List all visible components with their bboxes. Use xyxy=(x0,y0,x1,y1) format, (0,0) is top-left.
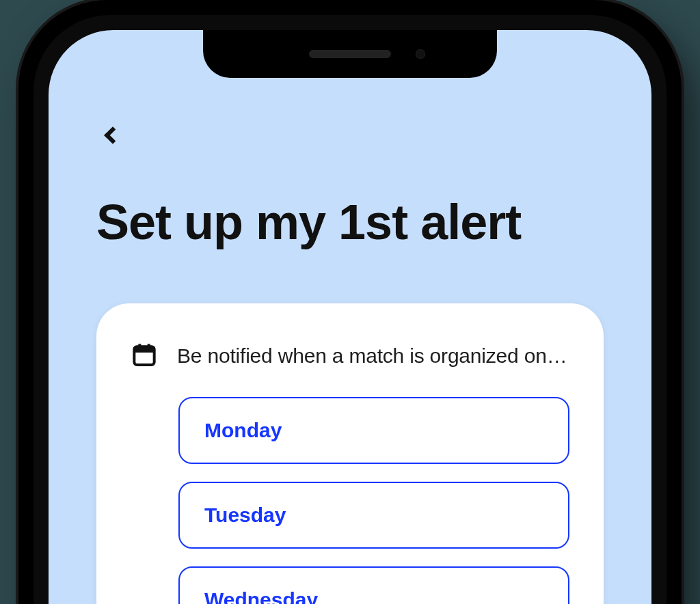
day-option-wednesday[interactable]: Wednesday xyxy=(178,566,569,604)
phone-inner-frame: Set up my 1st alert Be not xyxy=(33,15,667,604)
chevron-left-icon xyxy=(104,126,121,143)
day-options-list: Monday Tuesday Wednesday xyxy=(131,397,569,604)
back-button[interactable] xyxy=(96,119,129,152)
day-option-tuesday[interactable]: Tuesday xyxy=(178,482,569,549)
speaker-grille xyxy=(309,50,391,58)
calendar-icon xyxy=(131,341,158,371)
svg-rect-2 xyxy=(134,351,154,353)
phone-notch xyxy=(203,30,497,78)
screen-content: Set up my 1st alert Be not xyxy=(49,30,651,604)
card-header: Be notified when a match is organized on… xyxy=(131,341,569,371)
phone-screen: Set up my 1st alert Be not xyxy=(49,30,651,604)
day-option-monday[interactable]: Monday xyxy=(178,397,569,464)
alert-setup-card: Be notified when a match is organized on… xyxy=(96,303,604,604)
page-title: Set up my 1st alert xyxy=(96,194,521,250)
card-prompt: Be notified when a match is organized on… xyxy=(177,344,567,368)
phone-device-frame: Set up my 1st alert Be not xyxy=(18,0,682,604)
front-camera xyxy=(416,49,425,59)
